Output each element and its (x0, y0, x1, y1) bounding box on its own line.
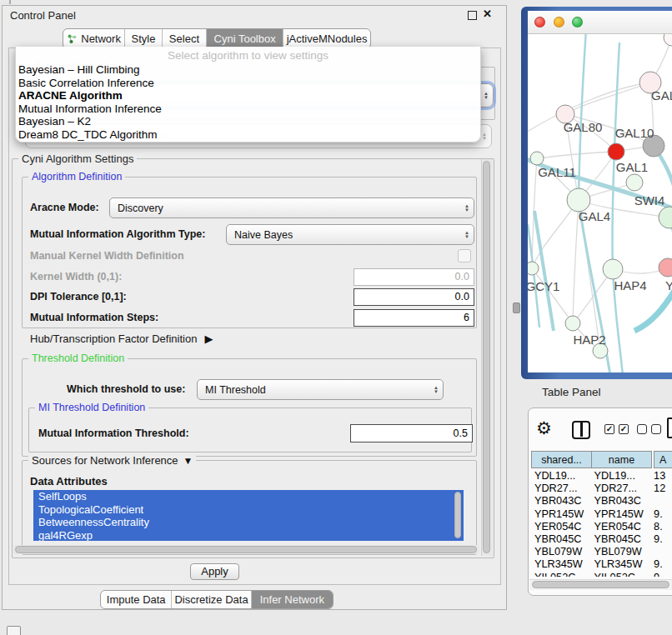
network-view-canvas[interactable]: GAL GAL80 GAL10 GAL11 GAL1 SWI4 GAL4 GCY… (528, 34, 672, 372)
tab-cyni-toolbox-label: Cyni Toolbox (214, 32, 276, 45)
table-row[interactable]: YER054C YER054C 8. (531, 521, 672, 533)
mi-threshold-group-title: MI Threshold Definition (35, 402, 148, 413)
tab-cyni-toolbox[interactable]: Cyni Toolbox (206, 29, 283, 48)
select-all-checkbox-icon[interactable]: ✓ (619, 424, 629, 434)
mi-type-combo[interactable]: Naive Bayes ▲▼ (226, 224, 474, 245)
cell-value (652, 495, 672, 508)
mi-type-value: Naive Bayes (227, 229, 460, 241)
zoom-window-icon[interactable] (572, 17, 583, 28)
cell-value: 9. (652, 508, 672, 521)
node-y[interactable] (659, 258, 672, 277)
cell-shared-name: YBR043C (531, 495, 593, 508)
table-row[interactable]: YPR145W YPR145W 9. (531, 508, 672, 521)
cell-name: YLR345W (593, 558, 653, 571)
aracne-mode-label: Aracne Mode: (30, 202, 99, 213)
table-row[interactable]: YDR27... YDR27... 12 (531, 482, 672, 495)
algorithm-definition-title: Algorithm Definition (28, 171, 125, 182)
settings-vscrollbar-thumb[interactable] (483, 161, 490, 553)
minimize-window-icon[interactable] (554, 17, 564, 28)
tab-jactivemnodules-label: jActiveMNodules (287, 32, 368, 45)
node-gal10-red[interactable] (608, 143, 624, 160)
manual-kernel-checkbox[interactable] (458, 249, 471, 262)
node-gcy1[interactable] (528, 262, 539, 275)
tab-select[interactable]: Select (162, 29, 206, 48)
dropdown-item[interactable]: Dream8 DC_TDC Algorithm (16, 128, 480, 142)
dropdown-item[interactable]: Basic Correlation Inference (16, 77, 480, 90)
node-swi4[interactable] (659, 207, 672, 228)
data-attributes-list: SelfLoops TopologicalCoefficient Between… (33, 490, 464, 541)
column-header-name[interactable]: name (591, 451, 652, 468)
cell-shared-name: YIL052C (531, 572, 593, 578)
cyni-algorithm-settings-title: Cyni Algorithm Settings (18, 152, 137, 165)
dropdown-item[interactable]: Bayesian – Hill Climbing (16, 63, 480, 77)
table-hscrollbar-thumb[interactable] (532, 581, 669, 588)
table-row[interactable]: YDL19... YDL19... 13 (531, 470, 672, 482)
table-row[interactable]: YBR043C YBR043C (531, 495, 672, 508)
cell-name: YBR045C (593, 533, 653, 546)
manual-kernel-label: Manual Kernel Width Definition (30, 250, 184, 262)
node-hap2[interactable] (565, 316, 580, 331)
node-unlabeled[interactable] (664, 34, 672, 46)
node-label: HAP4 (614, 278, 646, 292)
column-header-shared-name[interactable]: shared... (531, 451, 592, 468)
table-settings-gear-icon[interactable]: ⚙ (536, 418, 552, 438)
attributes-vscrollbar-thumb[interactable] (454, 492, 461, 538)
split-columns-icon[interactable] (572, 421, 590, 439)
kernel-width-field[interactable]: 0.0 (354, 268, 474, 286)
attribute-item-selected[interactable]: gal4RGexp (33, 529, 464, 542)
table-row[interactable]: YIL052C YIL052C 9. (531, 572, 672, 578)
table-row[interactable]: YLR345W YLR345W 9. (531, 558, 672, 571)
hub-definition-label: Hub/Transcription Factor Definition (30, 332, 197, 345)
column-header-partial[interactable]: A (654, 451, 672, 468)
node-gal4[interactable] (567, 188, 590, 212)
node-hap4[interactable] (603, 259, 623, 279)
dpi-tolerance-field[interactable]: 0.0 (354, 288, 474, 306)
attribute-item-selected[interactable]: SelfLoops (33, 490, 464, 503)
dropdown-item[interactable]: Mutual Information Inference (16, 102, 480, 116)
table-row[interactable]: YBL079W YBL079W (531, 546, 672, 558)
settings-hscrollbar-thumb[interactable] (15, 546, 477, 553)
node-gal1[interactable] (626, 174, 643, 191)
cell-value: 12 (652, 482, 672, 495)
cell-value: 9. (652, 558, 672, 571)
node-gal11[interactable] (530, 152, 544, 165)
which-threshold-combo[interactable]: MI Threshold ▲▼ (197, 379, 444, 400)
mi-threshold-field[interactable]: 0.5 (350, 424, 473, 442)
cell-value: 13 (652, 470, 672, 482)
data-attributes-label: Data Attributes (30, 475, 108, 488)
select-all-checkbox-icon[interactable]: ✓ (604, 424, 614, 434)
deselect-all-checkbox-icon[interactable] (651, 424, 661, 434)
hub-definition-expander[interactable]: Hub/Transcription Factor Definition ▶ (30, 332, 213, 345)
tab-infer-network[interactable]: Infer Network (251, 591, 333, 608)
deselect-all-checkbox-icon[interactable] (637, 424, 647, 434)
attribute-item-selected[interactable]: TopologicalCoefficient (33, 503, 464, 517)
stepper-icon: ▲▼ (460, 204, 474, 212)
float-panel-icon[interactable] (468, 11, 477, 20)
tab-infer-network-label: Infer Network (260, 593, 324, 606)
tab-discretize-data[interactable]: Discretize Data (171, 591, 250, 608)
new-table-document-icon[interactable] (667, 418, 672, 438)
collapsed-panel-icon[interactable] (7, 626, 21, 635)
cell-name: YIL052C (593, 572, 653, 578)
panel-divider-handle[interactable] (513, 302, 520, 313)
cell-name: YBL079W (593, 546, 653, 558)
tab-style[interactable]: Style (124, 29, 162, 48)
sources-group-title[interactable]: Sources for Network Inference ▼ (28, 454, 196, 467)
cell-shared-name: YBL079W (531, 546, 593, 558)
tab-network[interactable]: Network (63, 29, 124, 48)
dropdown-item[interactable]: Bayesian – K2 (16, 115, 480, 128)
mi-steps-field[interactable]: 6 (354, 309, 474, 327)
apply-button[interactable]: Apply (190, 563, 239, 580)
close-window-icon[interactable] (534, 17, 545, 28)
attribute-item-selected[interactable]: BetweennessCentrality (33, 516, 464, 529)
table-row[interactable]: YBR045C YBR045C 9. (531, 533, 672, 546)
bottom-tabs: Impute Data Discretize Data Infer Networ… (100, 590, 333, 609)
close-panel-icon[interactable]: ✕ (483, 8, 492, 20)
aracne-mode-value: Discovery (110, 202, 460, 214)
dropdown-item-selected[interactable]: ARACNE Algorithm (16, 89, 480, 102)
tab-jactivemnodules[interactable]: jActiveMNodules (283, 29, 370, 48)
kernel-width-label: Kernel Width (0,1): (30, 271, 122, 282)
tab-impute-data[interactable]: Impute Data (101, 591, 171, 608)
aracne-mode-combo[interactable]: Discovery ▲▼ (109, 198, 474, 218)
network-window-titlebar[interactable] (528, 11, 672, 34)
